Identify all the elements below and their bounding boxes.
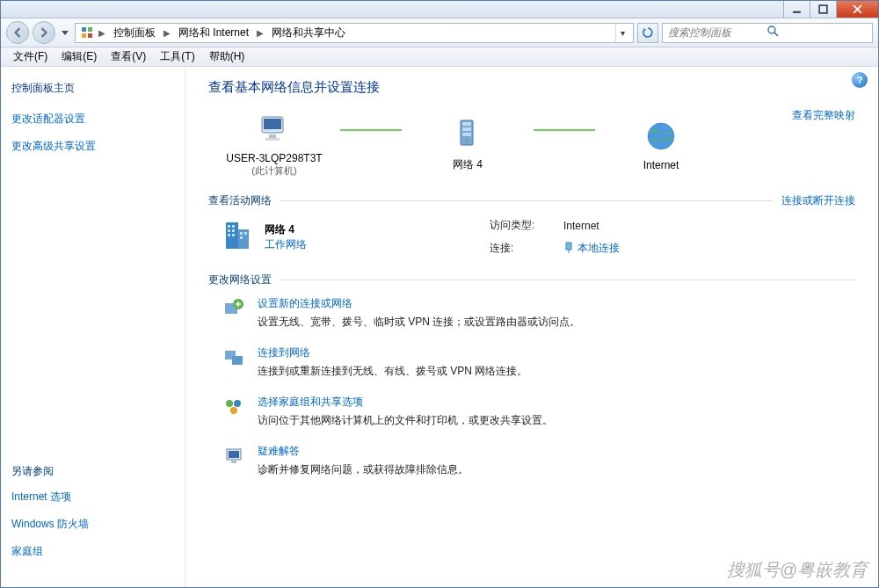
active-networks-section: 查看活动网络 连接或断开连接 网络 4 工作网络 访问类型: Internet … [208,193,855,257]
svg-rect-29 [240,236,243,239]
forward-button[interactable] [33,21,55,44]
page-title: 查看基本网络信息并设置连接 [208,79,855,96]
menu-view[interactable]: 查看(V) [104,49,153,64]
network-map: USER-3LQP298T3T (此计算机) 网络 4 Internet 查看完… [208,108,855,178]
setting-row: 设置新的连接或网络设置无线、宽带、拨号、临时或 VPN 连接；或设置路由器或访问… [222,296,855,330]
connect-network-icon [222,345,245,379]
map-node-label: 网络 4 [402,157,534,172]
svg-rect-21 [228,225,230,228]
menu-bar: 文件(F) 编辑(E) 查看(V) 工具(T) 帮助(H) [1,47,878,67]
watermark: 搜狐号@粤嵌教育 [727,558,868,582]
close-button[interactable] [836,1,878,18]
svg-point-16 [466,140,469,142]
setting-link[interactable]: 连接到网络 [258,345,310,360]
section-title: 查看活动网络 [208,193,272,208]
access-type-label: 访问类型: [490,218,551,233]
breadcrumb-item[interactable]: 网络和 Internet [174,24,253,42]
svg-rect-13 [462,122,471,126]
see-also-link[interactable]: Internet 选项 [11,490,89,505]
refresh-button[interactable] [637,23,658,43]
search-box[interactable]: 搜索控制面板 [662,23,873,43]
setting-link[interactable]: 设置新的连接或网络 [258,296,352,311]
connection-link[interactable]: 本地连接 [563,241,620,256]
navigation-bar: ▶ 控制面板 ▶ 网络和 Internet ▶ 网络和共享中心 ▾ 搜索控制面板 [1,18,878,47]
see-also-link[interactable]: 家庭组 [11,544,89,559]
connection-line [340,129,402,131]
connection-line [534,129,595,131]
menu-help[interactable]: 帮助(H) [202,49,252,64]
setting-desc: 诊断并修复网络问题，或获得故障排除信息。 [258,462,469,477]
setting-link[interactable]: 选择家庭组和共享选项 [258,395,363,410]
svg-point-6 [768,26,775,33]
see-also-section: 另请参阅 Internet 选项 Windows 防火墙 家庭组 [11,464,89,571]
svg-rect-27 [240,232,243,235]
search-icon[interactable] [767,25,867,40]
svg-rect-11 [265,138,280,141]
nic-icon [563,242,574,254]
svg-point-36 [226,400,233,407]
address-dropdown[interactable]: ▾ [615,24,629,42]
address-bar[interactable]: ▶ 控制面板 ▶ 网络和 Internet ▶ 网络和共享中心 ▾ [75,23,634,43]
sidebar-link[interactable]: 更改适配器设置 [11,112,174,127]
main-panel: 查看基本网络信息并设置连接 USER-3LQP298T3T (此计算机) 网络 … [185,67,878,587]
svg-rect-26 [232,234,235,236]
svg-line-7 [774,33,778,36]
network-type-link[interactable]: 工作网络 [265,237,307,252]
content-area: ? 控制面板主页 更改适配器设置 更改高级共享设置 另请参阅 Internet … [1,67,878,587]
menu-tools[interactable]: 工具(T) [153,49,201,64]
map-node-internet: Internet [595,115,727,171]
control-panel-home-link[interactable]: 控制面板主页 [11,81,174,96]
svg-rect-23 [228,229,230,232]
svg-rect-20 [238,229,249,249]
network-device-icon [402,113,534,156]
see-also-header: 另请参阅 [11,464,89,479]
setting-desc: 连接到或重新连接到无线、有线、拨号或 VPN 网络连接。 [258,364,527,379]
menu-edit[interactable]: 编辑(E) [54,49,104,64]
internet-globe-icon [595,115,727,157]
setting-link[interactable]: 疑难解答 [258,444,300,459]
breadcrumb-separator[interactable]: ▶ [97,28,107,38]
svg-rect-22 [232,225,235,228]
map-node-computer: USER-3LQP298T3T (此计算机) [208,108,340,178]
svg-rect-41 [231,461,236,463]
minimize-button[interactable] [783,1,810,18]
setting-desc: 设置无线、宽带、拨号、临时或 VPN 连接；或设置路由器或访问点。 [258,315,580,330]
svg-rect-1 [819,5,827,13]
setting-desc: 访问位于其他网络计算机上的文件和打印机，或更改共享设置。 [258,413,553,428]
svg-rect-40 [229,451,239,458]
map-node-label: USER-3LQP298T3T [208,152,340,164]
breadcrumb-separator[interactable]: ▶ [162,28,172,38]
svg-rect-25 [228,234,230,236]
svg-rect-24 [232,229,235,232]
svg-rect-15 [462,133,471,136]
svg-point-38 [230,407,237,414]
access-type-value: Internet [563,220,620,232]
breadcrumb-item[interactable]: 网络和共享中心 [267,24,350,42]
svg-rect-4 [82,33,86,38]
setting-row: 连接到网络连接到或重新连接到无线、有线、拨号或 VPN 网络连接。 [222,345,855,379]
svg-rect-30 [566,243,571,250]
svg-rect-9 [264,119,281,129]
breadcrumb-separator[interactable]: ▶ [255,28,265,38]
window-titlebar [1,1,878,18]
nav-history-dropdown[interactable] [59,31,71,35]
section-title: 更改网络设置 [208,272,272,287]
view-full-map-link[interactable]: 查看完整映射 [792,108,855,123]
svg-rect-3 [88,27,92,32]
control-panel-icon [79,25,95,40]
see-also-link[interactable]: Windows 防火墙 [11,517,89,532]
svg-rect-14 [462,127,471,131]
maximize-button[interactable] [810,1,836,18]
connect-disconnect-link[interactable]: 连接或断开连接 [781,193,855,208]
menu-file[interactable]: 文件(F) [6,49,54,64]
back-button[interactable] [6,21,29,44]
computer-icon [208,108,340,150]
map-node-label: Internet [595,159,727,171]
sidebar: 控制面板主页 更改适配器设置 更改高级共享设置 另请参阅 Internet 选项… [1,67,185,587]
sidebar-link[interactable]: 更改高级共享设置 [11,139,174,154]
search-placeholder: 搜索控制面板 [668,25,767,40]
svg-rect-0 [793,11,801,13]
breadcrumb-item[interactable]: 控制面板 [109,24,160,42]
change-settings-section: 更改网络设置 设置新的连接或网络设置无线、宽带、拨号、临时或 VPN 连接；或设… [208,272,855,477]
svg-rect-2 [82,27,86,32]
